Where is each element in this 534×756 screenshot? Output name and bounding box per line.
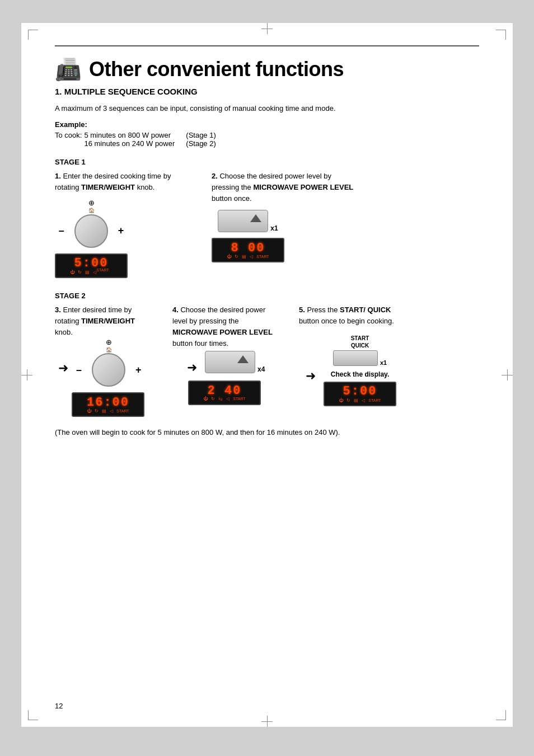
power-btn4-triangle — [237, 355, 249, 363]
lcd1: 5:00 ⏻ ↻ ▤ ◁ START — [55, 253, 128, 278]
stage1-right: 2. Choose the desired power level by pre… — [212, 171, 357, 262]
lcd5: 5:00 ⏻ ↻ ▤ ◁ START — [324, 382, 396, 406]
step4-num: 4. — [172, 306, 179, 314]
step4-arrow: ➜ — [187, 360, 197, 375]
step4-btn-block: x4 — [205, 351, 265, 373]
knob1-plus: + — [118, 225, 124, 237]
step2-diagram: x1 8 00 ⏻ ↻ ▤ ◁ START — [212, 210, 284, 262]
step4-diagram-row: ➜ x4 — [184, 349, 265, 375]
lcd1-start: START — [96, 268, 109, 272]
lcd2-icons: ⏻ ↻ ▤ ◁ START — [213, 254, 283, 259]
step4-text2: button four times. — [172, 339, 228, 348]
step5-text: Press the — [307, 306, 340, 314]
corner-mark-tl — [28, 30, 38, 40]
power-btn1 — [218, 210, 268, 232]
lcd5-icons: ⏻ ↻ ▤ ◁ START — [325, 398, 395, 403]
stage2-layout: 3. Enter desired time by rotating TIMER/… — [55, 304, 479, 417]
start-quick-btn — [333, 350, 378, 366]
knob3-row: – + — [76, 353, 142, 387]
lcd4-icons: ⏻ ↻ ㎏ ◁ START — [189, 396, 260, 402]
example-label: Example: — [55, 120, 479, 129]
corner-mark-bl — [28, 710, 38, 720]
lcd3-start: START — [116, 409, 129, 413]
step2-bold: MICROWAVE POWER LEVEL — [253, 183, 353, 191]
knob3-plus: + — [135, 364, 142, 376]
top-divider — [55, 45, 479, 46]
step5-desc: 5. Press the START/ QUICK button once to… — [299, 304, 400, 327]
step5-num: 5. — [299, 306, 305, 314]
example-pre: To cook: — [55, 131, 84, 139]
lcd2: 8 00 ⏻ ↻ ▤ ◁ START — [212, 238, 284, 262]
power-btn-row1: x1 — [218, 210, 278, 232]
stage1-left: 1. Enter the desired cooking time by rot… — [55, 171, 184, 278]
lcd3-icons: ⏻ ↻ ▤ ◁ START — [73, 408, 143, 414]
lcd5-digits: 5:00 — [343, 384, 377, 398]
power-btn4 — [205, 351, 255, 373]
page-title-icon: 📠 — [55, 59, 81, 80]
step5-text2: button once to begin cooking. — [299, 317, 394, 325]
stage1-label: STAGE 1 — [55, 158, 479, 166]
step5-col: 5. Press the START/ QUICK button once to… — [299, 304, 400, 406]
example-line1-stage: (Stage 1) — [186, 131, 216, 139]
power-btn-row4: x4 — [205, 351, 265, 373]
step5-arrow: ➜ — [306, 369, 316, 383]
knob3-circle — [92, 353, 125, 387]
step4-text: Choose the desired power level by pressi… — [172, 306, 265, 325]
step5-btn-block: START QUICK x1 Check the display. 5:00 ⏻… — [324, 335, 396, 406]
crosshair-left — [21, 369, 32, 381]
step1-bold: TIMER/WEIGHT — [81, 183, 135, 191]
step3-text2: knob. — [55, 328, 73, 336]
step4-desc: 4. Choose the desired power level by pre… — [172, 304, 273, 350]
step2-x-label: x1 — [270, 224, 278, 232]
start-quick-row: x1 — [333, 350, 387, 366]
step2-desc: 2. Choose the desired power level by pre… — [212, 171, 357, 204]
example-table: To cook: 5 minutes on 800 W power (Stage… — [55, 131, 216, 148]
step3-bold: TIMER/WEIGHT — [81, 317, 135, 325]
start-quick-label: START QUICK — [351, 335, 369, 349]
lcd2-start: START — [256, 255, 269, 259]
step4-col: 4. Choose the desired power level by pre… — [172, 304, 290, 406]
step2-text2: button once. — [212, 194, 252, 203]
crosshair-bottom — [261, 716, 273, 727]
page-number: 12 — [55, 702, 63, 710]
page: 📠 Other convenient functions 1. MULTIPLE… — [21, 22, 513, 727]
step3-desc: 3. Enter desired time by rotating TIMER/… — [55, 304, 144, 338]
knob1-row: – + — [59, 214, 124, 248]
step5-diagram-row: ➜ START QUICK x1 Check the display. 5:00… — [302, 335, 396, 406]
step3-arrow: ➜ — [58, 361, 68, 375]
example-line2-time: 16 minutes on 240 W power — [84, 139, 186, 148]
knob3-top-icon: ⊕ 🏠 — [106, 338, 112, 353]
page-title-block: 📠 Other convenient functions — [55, 58, 479, 81]
step2-num: 2. — [212, 172, 218, 180]
corner-mark-tr — [496, 30, 506, 40]
power-btn1-triangle — [250, 214, 261, 222]
knob1-top-icon: ⊕ 🏠 — [88, 199, 95, 213]
example-block: Example: To cook: 5 minutes on 800 W pow… — [55, 120, 479, 148]
knob3-block: ⊕ 🏠 – + — [76, 338, 142, 387]
crosshair-right — [502, 369, 513, 381]
step1-desc: 1. Enter the desired cooking time by rot… — [55, 171, 184, 193]
knob1-minus: – — [59, 225, 64, 237]
knob1-circle — [74, 214, 108, 248]
lcd1-icons: ⏻ ↻ ▤ ◁ START — [56, 270, 127, 275]
step4-bold: MICROWAVE POWER LEVEL — [172, 328, 273, 336]
step5-bold: START/ QUICK — [340, 306, 391, 314]
intro-text: A maximum of 3 sequences can be input, c… — [55, 104, 479, 112]
step4-x-label: x4 — [257, 365, 265, 373]
check-display: Check the display. — [331, 370, 389, 378]
corner-mark-br — [496, 710, 506, 720]
step1-text2: knob. — [135, 183, 154, 191]
lcd3-digits: 16:00 — [87, 396, 129, 410]
lcd2-digits: 8 00 — [231, 241, 265, 255]
section-title: 1. MULTIPLE SEQUENCE COOKING — [55, 87, 479, 96]
knob3-minus: – — [76, 364, 82, 376]
lcd4: 2 40 ⏻ ↻ ㎏ ◁ START — [188, 381, 261, 405]
step5-x-label: x1 — [380, 359, 387, 366]
stage2-label: STAGE 2 — [55, 292, 479, 300]
crosshair-top — [261, 23, 273, 34]
step1-num: 1. — [55, 172, 61, 180]
lcd5-start: START — [368, 398, 381, 402]
lcd4-start: START — [233, 397, 245, 401]
knob1-diagram: ⊕ 🏠 – + 5:00 ⏻ ↻ ▤ ◁ START — [55, 199, 128, 278]
example-line1-time: 5 minutes on 800 W power — [84, 131, 186, 139]
